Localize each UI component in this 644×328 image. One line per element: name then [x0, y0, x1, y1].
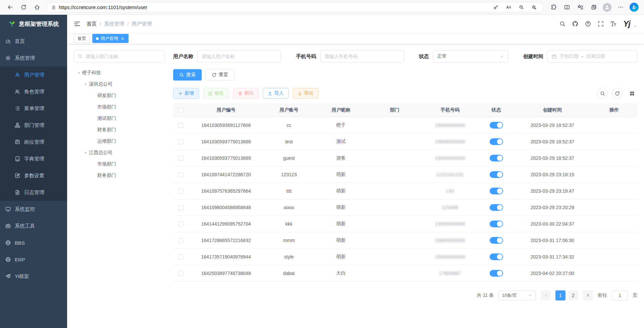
tree-node[interactable]: 运维部门 — [74, 136, 164, 147]
sidebar-item-yi[interactable]: Yi框架 — [0, 268, 67, 285]
sidebar-item-dict[interactable]: 字典管理 — [0, 150, 67, 167]
goto-page-input[interactable] — [612, 290, 628, 300]
status-toggle[interactable] — [490, 253, 503, 260]
read-aloud-icon[interactable] — [503, 3, 513, 12]
extensions-icon[interactable] — [547, 2, 559, 13]
row-checkbox[interactable] — [178, 139, 183, 144]
browser-profile-avatar[interactable] — [601, 2, 613, 13]
dept-search-input[interactable] — [74, 50, 164, 62]
edit-button[interactable]: 修改 — [203, 88, 229, 99]
page-button-2[interactable]: 2 — [568, 290, 578, 300]
sidebar-item-erp[interactable]: ERP — [0, 251, 67, 268]
add-button[interactable]: 新增 — [173, 88, 199, 99]
goto-suffix: 页 — [633, 292, 637, 298]
status-toggle[interactable] — [490, 204, 503, 211]
sidebar-item-system[interactable]: 系统管理 — [0, 50, 67, 66]
sidebar-item-dept[interactable]: 部门管理 — [0, 117, 67, 134]
breadcrumb-item[interactable]: 首页 — [87, 21, 97, 27]
status-select[interactable]: 正常 — [433, 50, 508, 62]
sidebar-item-user[interactable]: 用户管理 — [0, 66, 67, 83]
fullscreen-icon[interactable] — [598, 21, 604, 27]
row-checkbox[interactable] — [178, 222, 183, 227]
sidebar-item-log[interactable]: 日志管理 — [0, 184, 67, 201]
row-checkbox[interactable] — [178, 123, 183, 128]
browser-reload-icon[interactable] — [17, 2, 30, 13]
sidebar-item-param[interactable]: 参数设置 — [0, 167, 67, 184]
row-checkbox[interactable] — [178, 254, 183, 260]
collections-icon[interactable] — [588, 2, 600, 13]
tree-node[interactable]: 财务部门 — [74, 170, 164, 181]
row-checkbox[interactable] — [178, 238, 183, 243]
sidebar-item-post[interactable]: 岗位管理 — [0, 134, 67, 150]
copilot-icon[interactable]: b — [628, 2, 640, 13]
cell-account: dabai — [264, 265, 314, 281]
sidebar-item-home[interactable]: 首页 — [0, 33, 67, 50]
tree-node[interactable]: ▾江西总公司 — [74, 147, 164, 158]
tree-node[interactable]: 测试部门 — [74, 113, 164, 124]
favorite-star-icon[interactable] — [529, 3, 539, 12]
tree-node[interactable]: 市场部门 — [74, 158, 164, 170]
tree-node[interactable]: ▾深圳总公司 — [74, 79, 164, 90]
import-button[interactable]: 导入 — [263, 88, 289, 99]
status-toggle[interactable] — [490, 270, 503, 277]
row-checkbox[interactable] — [178, 172, 183, 177]
status-toggle[interactable] — [490, 122, 503, 129]
status-toggle[interactable] — [490, 188, 503, 194]
zoom-out-icon[interactable] — [516, 3, 526, 12]
row-checkbox[interactable] — [178, 205, 183, 210]
status-toggle[interactable] — [490, 221, 503, 227]
tree-node-label: 市场部门 — [97, 104, 116, 110]
toggle-search-icon[interactable] — [597, 88, 608, 99]
help-icon[interactable] — [585, 21, 591, 27]
goto-label: 前往 — [598, 292, 607, 298]
browser-home-icon[interactable] — [31, 2, 43, 13]
prev-page-icon[interactable] — [541, 290, 551, 300]
tree-node[interactable]: ▾橙子科技 — [74, 67, 164, 79]
phone-input[interactable] — [320, 50, 404, 62]
tab-user[interactable]: 用户管理× — [92, 34, 129, 43]
cell-status — [479, 150, 514, 166]
column-settings-icon[interactable] — [627, 88, 637, 99]
search-button[interactable]: 搜索 — [173, 69, 202, 81]
user-table: 用户编号用户账号用户昵称部门手机号码状态创建时间操作 1641030593691… — [173, 103, 637, 282]
sidebar-item-role[interactable]: 角色管理 — [0, 83, 67, 100]
header-search-icon[interactable] — [559, 21, 565, 27]
date-range-picker[interactable]: 开始日期 - 结束日期 — [547, 50, 637, 62]
browser-more-icon[interactable] — [614, 2, 627, 13]
select-all-checkbox[interactable] — [178, 108, 183, 113]
sidebar-item-bbs[interactable]: BBS — [0, 234, 67, 251]
github-icon[interactable] — [572, 21, 578, 27]
split-screen-icon[interactable] — [561, 2, 573, 13]
sidebar-item-menu[interactable]: 菜单管理 — [0, 100, 67, 117]
page-numbers: 12 — [555, 290, 578, 300]
address-bar[interactable]: https://ccnetcore.com:1101/system/user — [46, 2, 544, 13]
sidebar-item-monitor[interactable]: 系统监控 — [0, 201, 67, 218]
password-key-icon[interactable] — [491, 3, 501, 12]
close-icon[interactable]: × — [120, 36, 125, 41]
favorites-bar-icon[interactable] — [574, 2, 586, 13]
status-toggle[interactable] — [490, 171, 503, 178]
refresh-table-icon[interactable] — [612, 88, 623, 99]
browser-back-icon[interactable] — [4, 2, 16, 13]
sidebar-item-tools[interactable]: 系统工具 — [0, 218, 67, 234]
row-checkbox[interactable] — [178, 156, 183, 161]
page-size-select[interactable]: 10条/页 — [498, 290, 536, 300]
status-toggle[interactable] — [490, 237, 503, 244]
status-toggle[interactable] — [490, 155, 503, 161]
status-toggle[interactable] — [490, 138, 503, 145]
hamburger-icon[interactable] — [74, 20, 81, 27]
row-checkbox[interactable] — [178, 271, 183, 276]
row-checkbox[interactable] — [178, 189, 183, 194]
export-button[interactable]: 导出 — [293, 88, 318, 99]
next-page-icon[interactable] — [583, 290, 593, 300]
tab-home[interactable]: 首页 — [74, 34, 90, 43]
username-input[interactable] — [197, 50, 281, 62]
reset-button[interactable]: 重置 — [206, 69, 234, 81]
font-size-icon[interactable] — [610, 21, 616, 27]
tree-node[interactable]: 市场部门 — [74, 101, 164, 113]
page-button-1[interactable]: 1 — [555, 290, 565, 300]
tree-node[interactable]: 研发部门 — [74, 90, 164, 101]
delete-button[interactable]: 删除 — [233, 88, 259, 99]
user-avatar[interactable]: Yj — [623, 19, 630, 29]
tree-node[interactable]: 财务部门 — [74, 124, 164, 136]
